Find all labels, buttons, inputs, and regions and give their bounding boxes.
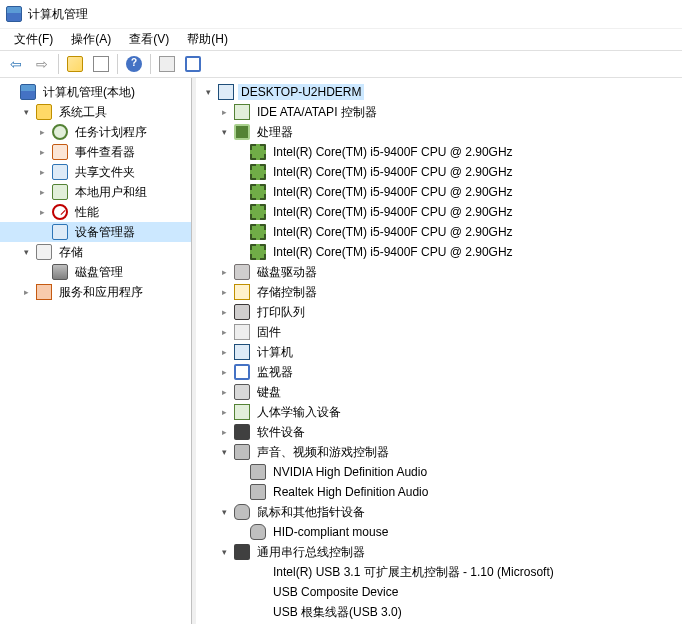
- views-button[interactable]: [89, 53, 113, 75]
- disk-drives[interactable]: 磁盘驱动器: [196, 262, 682, 282]
- device-manager[interactable]: 设备管理器: [0, 222, 191, 242]
- expand-icon[interactable]: [20, 107, 32, 117]
- expand-icon[interactable]: [218, 447, 230, 457]
- local-users-groups[interactable]: 本地用户和组: [0, 182, 191, 202]
- expand-icon[interactable]: [218, 367, 230, 377]
- expand-icon[interactable]: [20, 287, 32, 297]
- back-button[interactable]: ⇦: [4, 53, 28, 75]
- cpu-core[interactable]: Intel(R) Core(TM) i5-9400F CPU @ 2.90GHz: [196, 182, 682, 202]
- keyboards-label: 键盘: [254, 383, 284, 402]
- expand-icon[interactable]: [218, 547, 230, 557]
- cpu-core[interactable]: Intel(R) Core(TM) i5-9400F CPU @ 2.90GHz: [196, 242, 682, 262]
- left-tree[interactable]: 计算机管理(本地) 系统工具 任务计划程序 事件查看器 共享文件夹: [0, 78, 192, 624]
- expand-icon[interactable]: [36, 207, 48, 217]
- mouse-label: 鼠标和其他指针设备: [254, 503, 368, 522]
- performance[interactable]: 性能: [0, 202, 191, 222]
- ide-controllers[interactable]: IDE ATA/ATAPI 控制器: [196, 102, 682, 122]
- usb-icon: [234, 544, 250, 560]
- left-root[interactable]: 计算机管理(本地): [0, 82, 191, 102]
- mouse-devices[interactable]: 鼠标和其他指针设备: [196, 502, 682, 522]
- mouse-device[interactable]: HID-compliant mouse: [196, 522, 682, 542]
- expand-icon[interactable]: [218, 327, 230, 337]
- usb-device[interactable]: Intel(R) USB 3.1 可扩展主机控制器 - 1.10 (Micros…: [196, 562, 682, 582]
- right-tree[interactable]: DESKTOP-U2HDERM IDE ATA/ATAPI 控制器 处理器 In…: [192, 78, 682, 624]
- expand-icon[interactable]: [202, 87, 214, 97]
- expand-icon[interactable]: [218, 407, 230, 417]
- menu-action[interactable]: 操作(A): [63, 29, 119, 50]
- hid-devices[interactable]: 人体学输入设备: [196, 402, 682, 422]
- services-icon: [36, 284, 52, 300]
- expand-icon[interactable]: [20, 247, 32, 257]
- ide-icon: [234, 104, 250, 120]
- mouse-device-label: HID-compliant mouse: [270, 524, 391, 540]
- expand-icon[interactable]: [218, 287, 230, 297]
- toolbar-separator: [58, 54, 59, 74]
- computers[interactable]: 计算机: [196, 342, 682, 362]
- shared-folders[interactable]: 共享文件夹: [0, 162, 191, 182]
- performance-label: 性能: [72, 203, 102, 222]
- keyboards[interactable]: 键盘: [196, 382, 682, 402]
- mouse-icon: [234, 504, 250, 520]
- forward-icon: ⇨: [34, 56, 50, 72]
- cpu-core[interactable]: Intel(R) Core(TM) i5-9400F CPU @ 2.90GHz: [196, 162, 682, 182]
- system-tools[interactable]: 系统工具: [0, 102, 191, 122]
- disk-management[interactable]: 磁盘管理: [0, 262, 191, 282]
- storage-controllers[interactable]: 存储控制器: [196, 282, 682, 302]
- cpu-core[interactable]: Intel(R) Core(TM) i5-9400F CPU @ 2.90GHz: [196, 222, 682, 242]
- firmware[interactable]: 固件: [196, 322, 682, 342]
- expand-icon[interactable]: [36, 167, 48, 177]
- processors[interactable]: 处理器: [196, 122, 682, 142]
- task-scheduler[interactable]: 任务计划程序: [0, 122, 191, 142]
- expand-icon[interactable]: [36, 127, 48, 137]
- expand-icon[interactable]: [218, 507, 230, 517]
- back-icon: ⇦: [8, 56, 24, 72]
- audio-controllers[interactable]: 声音、视频和游戏控制器: [196, 442, 682, 462]
- device-root[interactable]: DESKTOP-U2HDERM: [196, 82, 682, 102]
- hid-label: 人体学输入设备: [254, 403, 344, 422]
- usb-device[interactable]: USB Composite Device: [196, 582, 682, 602]
- expand-icon[interactable]: [218, 267, 230, 277]
- shared-folders-icon: [52, 164, 68, 180]
- expand-icon[interactable]: [218, 347, 230, 357]
- cpu-label: Intel(R) Core(TM) i5-9400F CPU @ 2.90GHz: [270, 184, 516, 200]
- expand-icon[interactable]: [218, 387, 230, 397]
- users-icon: [52, 184, 68, 200]
- storage[interactable]: 存储: [0, 242, 191, 262]
- task-scheduler-label: 任务计划程序: [72, 123, 150, 142]
- usb-device-label: Intel(R) USB 3.1 可扩展主机控制器 - 1.10 (Micros…: [270, 563, 557, 582]
- event-viewer[interactable]: 事件查看器: [0, 142, 191, 162]
- expand-icon[interactable]: [218, 427, 230, 437]
- expand-icon[interactable]: [218, 307, 230, 317]
- menu-help[interactable]: 帮助(H): [179, 29, 236, 50]
- display-button[interactable]: [181, 53, 205, 75]
- audio-icon: [234, 444, 250, 460]
- usb-controllers[interactable]: 通用串行总线控制器: [196, 542, 682, 562]
- usb-device[interactable]: USB 根集线器(USB 3.0): [196, 602, 682, 622]
- menu-file[interactable]: 文件(F): [6, 29, 61, 50]
- usb-label: 通用串行总线控制器: [254, 543, 368, 562]
- show-hide-button[interactable]: [63, 53, 87, 75]
- properties-button[interactable]: [155, 53, 179, 75]
- help-button[interactable]: ?: [122, 53, 146, 75]
- storage-ctrl-icon: [234, 284, 250, 300]
- cpu-core[interactable]: Intel(R) Core(TM) i5-9400F CPU @ 2.90GHz: [196, 202, 682, 222]
- software-devices[interactable]: 软件设备: [196, 422, 682, 442]
- menu-view[interactable]: 查看(V): [121, 29, 177, 50]
- usb-device-label: USB 根集线器(USB 3.0): [270, 603, 405, 622]
- print-queues[interactable]: 打印队列: [196, 302, 682, 322]
- display-icon: [185, 56, 201, 72]
- expand-icon[interactable]: [36, 187, 48, 197]
- expand-icon[interactable]: [218, 107, 230, 117]
- device-root-label: DESKTOP-U2HDERM: [238, 84, 364, 100]
- system-tools-label: 系统工具: [56, 103, 110, 122]
- forward-button[interactable]: ⇨: [30, 53, 54, 75]
- audio-device[interactable]: NVIDIA High Definition Audio: [196, 462, 682, 482]
- expand-icon[interactable]: [36, 147, 48, 157]
- keyboard-icon: [234, 384, 250, 400]
- audio-device[interactable]: Realtek High Definition Audio: [196, 482, 682, 502]
- monitors[interactable]: 监视器: [196, 362, 682, 382]
- cpu-core[interactable]: Intel(R) Core(TM) i5-9400F CPU @ 2.90GHz: [196, 142, 682, 162]
- services-applications[interactable]: 服务和应用程序: [0, 282, 191, 302]
- cpu-label: Intel(R) Core(TM) i5-9400F CPU @ 2.90GHz: [270, 164, 516, 180]
- expand-icon[interactable]: [218, 127, 230, 137]
